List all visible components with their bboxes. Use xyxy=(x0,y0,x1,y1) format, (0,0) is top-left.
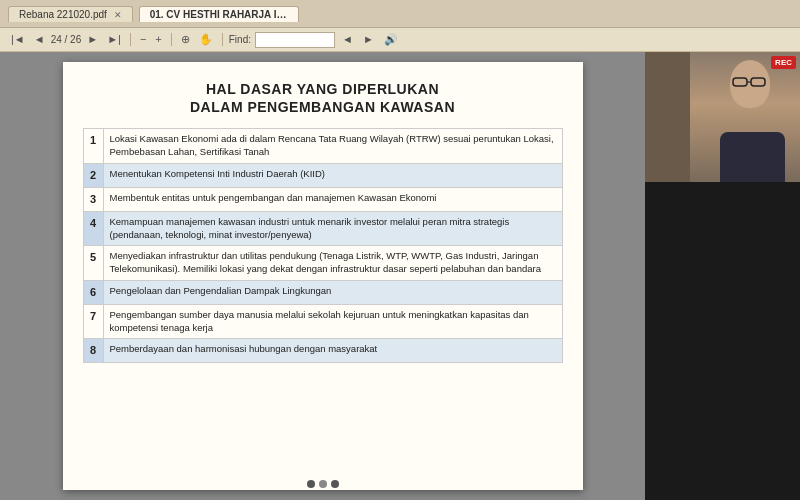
toolbar: |◄ ◄ 24 / 26 ► ►| − + ⊕ ✋ Find: ◄ ► 🔊 xyxy=(0,28,800,52)
video-panel: REC xyxy=(645,52,800,500)
scroll-dot-2 xyxy=(319,480,327,488)
scroll-dot-1 xyxy=(307,480,315,488)
table-row: 6Pengelolaan dan Pengendalian Dampak Lin… xyxy=(83,280,562,304)
find-input[interactable] xyxy=(255,32,335,48)
svg-rect-1 xyxy=(751,78,765,86)
video-feed: REC xyxy=(645,52,800,182)
row-text: Menentukan Kompetensi Inti Industri Daer… xyxy=(103,164,562,188)
row-text: Membentuk entitas untuk pengembangan dan… xyxy=(103,187,562,211)
last-page-button[interactable]: ►| xyxy=(104,33,124,46)
find-next-button[interactable]: ► xyxy=(360,33,377,46)
row-text: Menyediakan infrastruktur dan utilitas p… xyxy=(103,246,562,281)
person-body xyxy=(720,132,785,182)
zoom-group: − + xyxy=(137,33,172,46)
table-row: 8Pemberdayaan dan harmonisasi hubungan d… xyxy=(83,339,562,363)
app-bar: Rebana 221020.pdf ✕ 01. CV HESTHI RAHARJ… xyxy=(0,0,800,28)
row-text: Pengembangan sumber daya manusia melalui… xyxy=(103,304,562,339)
row-number: 3 xyxy=(83,187,103,211)
pdf-page: HAL DASAR YANG DIPERLUKAN DALAM PENGEMBA… xyxy=(63,62,583,490)
row-number: 8 xyxy=(83,339,103,363)
table-row: 2Menentukan Kompetensi Inti Industri Dae… xyxy=(83,164,562,188)
tab-close-rebana[interactable]: ✕ xyxy=(114,10,122,20)
main-area: HAL DASAR YANG DIPERLUKAN DALAM PENGEMBA… xyxy=(0,52,800,500)
table-row: 5Menyediakan infrastruktur dan utilitas … xyxy=(83,246,562,281)
glasses-icon xyxy=(732,76,768,88)
svg-rect-0 xyxy=(733,78,747,86)
tab-hesthi[interactable]: 01. CV HESTHI RAHARJA IAP.pdf ✕ xyxy=(139,6,299,22)
row-text: Pengelolaan dan Pengendalian Dampak Ling… xyxy=(103,280,562,304)
rec-badge: REC xyxy=(771,56,796,69)
row-number: 4 xyxy=(83,211,103,246)
pdf-viewer: HAL DASAR YANG DIPERLUKAN DALAM PENGEMBA… xyxy=(0,52,645,500)
person-head xyxy=(730,60,770,108)
items-table: 1Lokasi Kawasan Ekonomi ada di dalam Ren… xyxy=(83,128,563,363)
row-text: Pemberdayaan dan harmonisasi hubungan de… xyxy=(103,339,562,363)
zoom-in-button[interactable]: + xyxy=(152,33,164,46)
select-button[interactable]: ⊕ xyxy=(178,33,193,46)
row-number: 7 xyxy=(83,304,103,339)
find-prev-button[interactable]: ◄ xyxy=(339,33,356,46)
bookshelf-decoration xyxy=(645,52,690,182)
row-number: 2 xyxy=(83,164,103,188)
table-row: 4Kemampuan manajemen kawasan industri un… xyxy=(83,211,562,246)
table-row: 1Lokasi Kawasan Ekonomi ada di dalam Ren… xyxy=(83,129,562,164)
scroll-dot-3 xyxy=(331,480,339,488)
next-page-button[interactable]: ► xyxy=(84,33,101,46)
row-number: 1 xyxy=(83,129,103,164)
person-background xyxy=(645,52,800,182)
row-number: 6 xyxy=(83,280,103,304)
tab-rebana[interactable]: Rebana 221020.pdf ✕ xyxy=(8,6,133,22)
page-info: 24 / 26 xyxy=(51,34,82,45)
pdf-title: HAL DASAR YANG DIPERLUKAN DALAM PENGEMBA… xyxy=(83,80,563,116)
find-label: Find: xyxy=(229,34,251,45)
row-text: Lokasi Kawasan Ekonomi ada di dalam Renc… xyxy=(103,129,562,164)
first-page-button[interactable]: |◄ xyxy=(8,33,28,46)
table-row: 7Pengembangan sumber daya manusia melalu… xyxy=(83,304,562,339)
select-group: ⊕ ✋ xyxy=(178,33,223,46)
video-bottom xyxy=(645,182,800,500)
zoom-out-button[interactable]: − xyxy=(137,33,149,46)
prev-page-button[interactable]: ◄ xyxy=(31,33,48,46)
row-text: Kemampuan manajemen kawasan industri unt… xyxy=(103,211,562,246)
page-nav-group: |◄ ◄ 24 / 26 ► ►| xyxy=(8,33,131,46)
speaker-button[interactable]: 🔊 xyxy=(381,33,401,46)
table-row: 3Membentuk entitas untuk pengembangan da… xyxy=(83,187,562,211)
scroll-indicators xyxy=(307,480,339,488)
hand-button[interactable]: ✋ xyxy=(196,33,216,46)
row-number: 5 xyxy=(83,246,103,281)
